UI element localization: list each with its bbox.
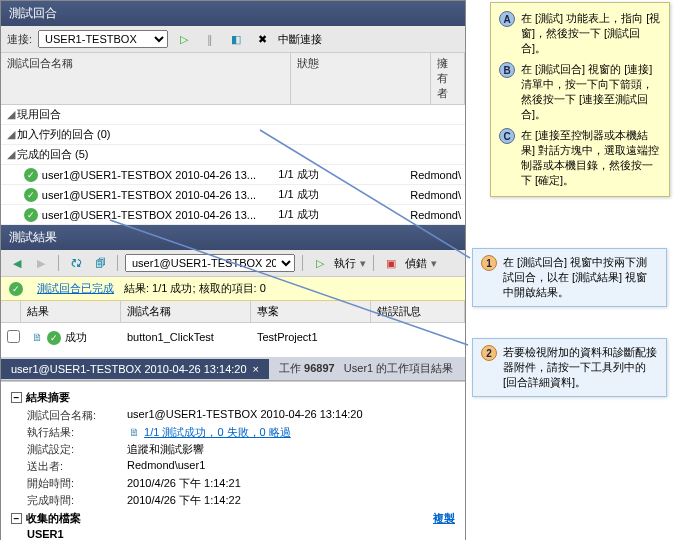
stop-square-icon[interactable]: ◧ xyxy=(226,29,246,49)
debug-label[interactable]: 偵錯 xyxy=(405,256,427,271)
col-test[interactable]: 測試名稱 xyxy=(121,301,251,322)
break-connection-label[interactable]: 中斷連接 xyxy=(278,32,322,47)
test-results-panel-header: 測試結果 xyxy=(1,225,465,250)
close-icon[interactable]: × xyxy=(253,363,259,375)
run-row[interactable]: ✓user1@USER1-TESTBOX 2010-04-26 13... 1/… xyxy=(1,185,465,205)
doc-icon: 🗎 xyxy=(127,425,141,439)
group-queued[interactable]: ◢ 加入佇列的回合 (0) xyxy=(1,125,465,145)
step-badge-a: A xyxy=(499,11,515,27)
run-row[interactable]: ✓user1@USER1-TESTBOX 2010-04-26 13... 1/… xyxy=(1,205,465,225)
col-run-name[interactable]: 測試回合名稱 xyxy=(1,53,291,104)
files-section[interactable]: − 收集的檔案 複製 xyxy=(11,509,455,528)
nav-fwd-icon[interactable]: ▶ xyxy=(31,253,51,273)
pause-icon[interactable]: ‖ xyxy=(200,29,220,49)
connect-dropdown[interactable]: USER1-TESTBOX xyxy=(38,30,168,48)
job-label: 工作 96897 User1 的工作項目結果 xyxy=(269,357,463,380)
group-active[interactable]: ◢ 現用回合 xyxy=(1,105,465,125)
check-icon: ✓ xyxy=(24,208,38,222)
sender-value: Redmond\user1 xyxy=(127,459,455,474)
row-checkbox[interactable] xyxy=(7,330,20,343)
help-box: A在 [測試] 功能表上，指向 [視窗]，然後按一下 [測試回合]。 B在 [測… xyxy=(490,2,670,197)
doc-icon: 🗎 xyxy=(27,327,47,347)
setting-value: 追蹤和測試影響 xyxy=(127,442,455,457)
check-icon: ✓ xyxy=(47,331,61,345)
summary-section[interactable]: − 結果摘要 xyxy=(11,388,455,407)
debug-icon[interactable]: ▣ xyxy=(381,253,401,273)
run-row[interactable]: ✓user1@USER1-TESTBOX 2010-04-26 13... 1/… xyxy=(1,165,465,185)
run-completed-link[interactable]: 測試回合已完成 xyxy=(37,281,114,296)
copy-link[interactable]: 複製 xyxy=(433,511,455,526)
break-connection-icon[interactable]: ✖ xyxy=(252,29,272,49)
detail-icon[interactable]: 🗐 xyxy=(90,253,110,273)
nav-back-icon[interactable]: ◀ xyxy=(7,253,27,273)
refresh-icon[interactable]: 🗘 xyxy=(66,253,86,273)
collapse-icon[interactable]: − xyxy=(11,513,22,524)
result-link[interactable]: 1/1 測試成功，0 失敗，0 略過 xyxy=(144,426,291,438)
run-icon[interactable]: ▷ xyxy=(310,253,330,273)
expander-icon[interactable]: ◢ xyxy=(5,148,17,161)
results-dropdown[interactable]: user1@USER1-TESTBOX 2010-04- xyxy=(125,254,295,272)
run-label[interactable]: 執行 xyxy=(334,256,356,271)
tab-label: user1@USER1-TESTBOX 2010-04-26 13:14:20 xyxy=(11,363,247,375)
result-row[interactable]: 🗎✓成功 button1_ClickTest TestProject1 xyxy=(1,323,465,351)
col-project[interactable]: 專案 xyxy=(251,301,371,322)
check-icon: ✓ xyxy=(24,188,38,202)
step-badge-1: 1 xyxy=(481,255,497,271)
group-done[interactable]: ◢ 完成的回合 (5) xyxy=(1,145,465,165)
test-runs-panel-header: 測試回合 xyxy=(1,1,465,26)
end-value: 2010/4/26 下午 1:14:22 xyxy=(127,493,455,508)
expander-icon[interactable]: ◢ xyxy=(5,128,17,141)
check-icon: ✓ xyxy=(24,168,38,182)
connect-label: 連接: xyxy=(7,32,32,47)
machine-name: USER1 xyxy=(27,528,455,540)
col-result[interactable]: 結果 xyxy=(21,301,121,322)
run-name-value: user1@USER1-TESTBOX 2010-04-26 13:14:20 xyxy=(127,408,455,423)
detail-tab[interactable]: user1@USER1-TESTBOX 2010-04-26 13:14:20 … xyxy=(1,359,269,379)
check-icon: ✓ xyxy=(9,282,23,296)
collapse-icon[interactable]: − xyxy=(11,392,22,403)
expander-icon[interactable]: ◢ xyxy=(5,108,17,121)
go-icon[interactable]: ▷ xyxy=(174,29,194,49)
col-error[interactable]: 錯誤訊息 xyxy=(371,301,465,322)
step-badge-b: B xyxy=(499,62,515,78)
callout-1: 1在 [測試回合] 視窗中按兩下測試回合，以在 [測試結果] 視窗中開啟結果。 xyxy=(472,248,667,307)
step-badge-c: C xyxy=(499,128,515,144)
callout-2: 2若要檢視附加的資料和診斷配接器附件，請按一下工具列中的 [回合詳細資料]。 xyxy=(472,338,667,397)
start-value: 2010/4/26 下午 1:14:21 xyxy=(127,476,455,491)
step-badge-2: 2 xyxy=(481,345,497,361)
results-summary-text: 結果: 1/1 成功; 核取的項目: 0 xyxy=(124,281,266,296)
col-owner[interactable]: 擁有者 xyxy=(431,53,465,104)
col-status[interactable]: 狀態 xyxy=(291,53,431,104)
